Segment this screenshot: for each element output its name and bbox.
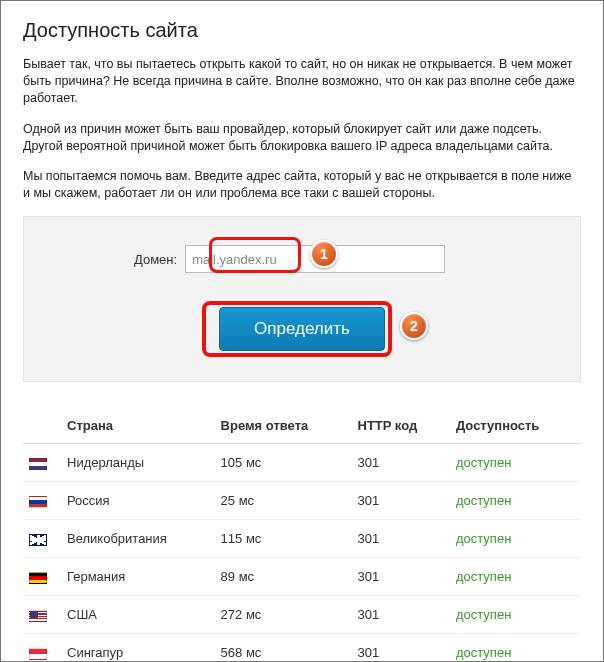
flag-icon bbox=[29, 496, 47, 508]
cell-flag bbox=[23, 482, 61, 520]
cell-http: 301 bbox=[352, 634, 450, 662]
flag-icon bbox=[29, 534, 47, 546]
results-table: Страна Время ответа HTTP код Доступность… bbox=[23, 408, 581, 662]
cell-flag bbox=[23, 558, 61, 596]
cell-http: 301 bbox=[352, 558, 450, 596]
cell-availability: доступен bbox=[450, 634, 581, 662]
col-response: Время ответа bbox=[215, 408, 352, 444]
cell-country: Сингапур bbox=[61, 634, 215, 662]
page-title: Доступность сайта bbox=[23, 19, 581, 42]
cell-country: Россия bbox=[61, 482, 215, 520]
page-frame: Доступность сайта Бывает так, что вы пыт… bbox=[0, 0, 604, 662]
cell-flag bbox=[23, 596, 61, 634]
cell-response: 272 мс bbox=[215, 596, 352, 634]
cell-flag bbox=[23, 520, 61, 558]
intro-paragraph-1: Бывает так, что вы пытаетесь открыть как… bbox=[23, 56, 581, 107]
cell-country: США bbox=[61, 596, 215, 634]
intro-paragraph-2: Одной из причин может быть ваш провайдер… bbox=[23, 121, 581, 155]
cell-availability: доступен bbox=[450, 520, 581, 558]
submit-button[interactable]: Определить bbox=[219, 307, 385, 351]
col-flag bbox=[23, 408, 61, 444]
cell-flag bbox=[23, 444, 61, 482]
cell-http: 301 bbox=[352, 482, 450, 520]
cell-response: 115 мс bbox=[215, 520, 352, 558]
table-row: США272 мс301доступен bbox=[23, 596, 581, 634]
annotation-badge-1: 1 bbox=[310, 240, 338, 268]
cell-availability: доступен bbox=[450, 444, 581, 482]
cell-http: 301 bbox=[352, 444, 450, 482]
cell-http: 301 bbox=[352, 520, 450, 558]
flag-icon bbox=[29, 572, 47, 584]
col-country: Страна bbox=[61, 408, 215, 444]
table-header-row: Страна Время ответа HTTP код Доступность bbox=[23, 408, 581, 444]
table-row: Сингапур568 мс301доступен bbox=[23, 634, 581, 662]
table-row: Великобритания115 мс301доступен bbox=[23, 520, 581, 558]
flag-icon bbox=[29, 610, 47, 622]
annotation-badge-2: 2 bbox=[400, 312, 428, 340]
flag-icon bbox=[29, 458, 47, 470]
cell-country: Великобритания bbox=[61, 520, 215, 558]
col-avail: Доступность bbox=[450, 408, 581, 444]
cell-http: 301 bbox=[352, 596, 450, 634]
cell-country: Нидерланды bbox=[61, 444, 215, 482]
cell-availability: доступен bbox=[450, 558, 581, 596]
intro-paragraph-3: Мы попытаемся помочь вам. Введите адрес … bbox=[23, 168, 581, 202]
table-row: Нидерланды105 мс301доступен bbox=[23, 444, 581, 482]
cell-flag bbox=[23, 634, 61, 662]
cell-response: 105 мс bbox=[215, 444, 352, 482]
cell-availability: доступен bbox=[450, 482, 581, 520]
cell-response: 568 мс bbox=[215, 634, 352, 662]
cell-response: 25 мс bbox=[215, 482, 352, 520]
cell-availability: доступен bbox=[450, 596, 581, 634]
table-row: Россия25 мс301доступен bbox=[23, 482, 581, 520]
cell-response: 89 мс bbox=[215, 558, 352, 596]
cell-country: Германия bbox=[61, 558, 215, 596]
flag-icon bbox=[29, 648, 47, 660]
col-http: HTTP код bbox=[352, 408, 450, 444]
check-form: Домен: Определить 1 2 bbox=[23, 216, 581, 382]
table-row: Германия89 мс301доступен bbox=[23, 558, 581, 596]
domain-label: Домен: bbox=[134, 252, 177, 267]
